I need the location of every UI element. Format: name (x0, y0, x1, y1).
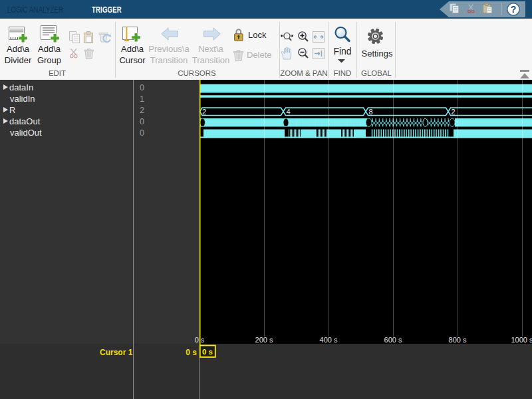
svg-text:1000 s: 1000 s (511, 336, 532, 344)
svg-text:800 s: 800 s (449, 336, 467, 344)
svg-text:8: 8 (369, 108, 373, 116)
svg-text:400 s: 400 s (320, 336, 338, 344)
svg-text:0 s: 0 s (202, 348, 213, 356)
svg-text:?: ? (511, 4, 517, 15)
svg-text:200 s: 200 s (255, 336, 273, 344)
svg-text:2: 2 (452, 108, 456, 116)
svg-text:600 s: 600 s (384, 336, 402, 344)
svg-text:2: 2 (202, 108, 206, 116)
svg-text:4: 4 (287, 108, 291, 116)
